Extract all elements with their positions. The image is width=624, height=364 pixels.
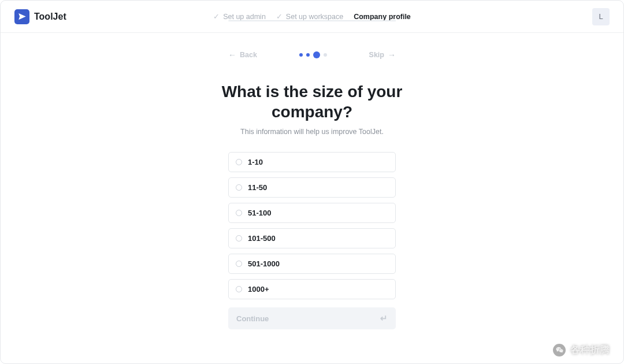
option-label: 101-500 bbox=[248, 234, 276, 243]
avatar[interactable]: L bbox=[592, 8, 610, 25]
progress-dot bbox=[306, 53, 310, 57]
company-size-option[interactable]: 101-500 bbox=[228, 228, 396, 248]
step-setup-workspace: ✓ Set up workspace bbox=[276, 12, 343, 21]
radio-icon bbox=[236, 159, 242, 165]
option-label: 1-10 bbox=[248, 158, 263, 166]
option-label: 1000+ bbox=[248, 285, 269, 294]
option-label: 11-50 bbox=[248, 183, 267, 192]
continue-button[interactable]: Continue ↵ bbox=[228, 307, 396, 329]
radio-icon bbox=[236, 286, 242, 292]
watermark-text: 各种折腾 bbox=[570, 343, 610, 356]
company-size-option[interactable]: 11-50 bbox=[228, 177, 396, 198]
step-label: Company profile bbox=[354, 13, 411, 21]
wizard-panel: ← Back Skip → What is the size of your c… bbox=[1, 33, 623, 329]
progress-dot bbox=[299, 53, 303, 57]
enter-key-icon: ↵ bbox=[380, 313, 388, 324]
company-size-option[interactable]: 1000+ bbox=[228, 279, 396, 299]
arrow-left-icon: ← bbox=[228, 50, 236, 60]
avatar-initial: L bbox=[599, 12, 603, 21]
check-icon: ✓ bbox=[213, 12, 220, 21]
watermark-overlay: 各种折腾 bbox=[553, 343, 610, 356]
company-size-option[interactable]: 501-1000 bbox=[228, 254, 396, 274]
skip-button[interactable]: Skip → bbox=[369, 50, 396, 60]
continue-label: Continue bbox=[236, 314, 269, 323]
progress-dots bbox=[299, 51, 327, 58]
onboarding-steps: ✓ Set up admin ✓ Set up workspace Compan… bbox=[213, 12, 411, 21]
radio-icon bbox=[236, 261, 242, 267]
step-label: Set up workspace bbox=[286, 13, 343, 21]
page-subtitle: This information will help us improve To… bbox=[240, 128, 384, 136]
company-size-option[interactable]: 51-100 bbox=[228, 203, 396, 223]
step-label: Set up admin bbox=[223, 13, 266, 21]
back-label: Back bbox=[240, 51, 257, 59]
brand-logo bbox=[14, 9, 29, 24]
step-setup-admin: ✓ Set up admin bbox=[213, 12, 266, 21]
progress-dot bbox=[324, 53, 327, 57]
company-size-options: 1-10 11-50 51-100 101-500 501-1000 1000+ bbox=[228, 152, 396, 299]
arrow-right-icon: → bbox=[388, 50, 396, 60]
check-icon: ✓ bbox=[276, 12, 283, 21]
option-label: 501-1000 bbox=[248, 259, 280, 268]
radio-icon bbox=[236, 235, 242, 242]
page-title: What is the size of your company? bbox=[208, 81, 416, 122]
back-button[interactable]: ← Back bbox=[228, 50, 257, 60]
company-size-option[interactable]: 1-10 bbox=[228, 152, 396, 172]
wechat-icon bbox=[553, 344, 566, 356]
progress-dot-current bbox=[313, 51, 320, 58]
steps-underline bbox=[228, 20, 396, 21]
option-label: 51-100 bbox=[248, 209, 271, 217]
app-frame: ToolJet ✓ Set up admin ✓ Set up workspac… bbox=[0, 0, 624, 364]
radio-icon bbox=[236, 210, 242, 216]
radio-icon bbox=[236, 184, 242, 191]
skip-label: Skip bbox=[369, 51, 384, 59]
brand-name: ToolJet bbox=[34, 12, 66, 22]
brand: ToolJet bbox=[14, 9, 66, 24]
step-company-profile: Company profile bbox=[354, 13, 411, 21]
header: ToolJet ✓ Set up admin ✓ Set up workspac… bbox=[1, 1, 623, 33]
wizard-nav: ← Back Skip → bbox=[228, 50, 396, 60]
